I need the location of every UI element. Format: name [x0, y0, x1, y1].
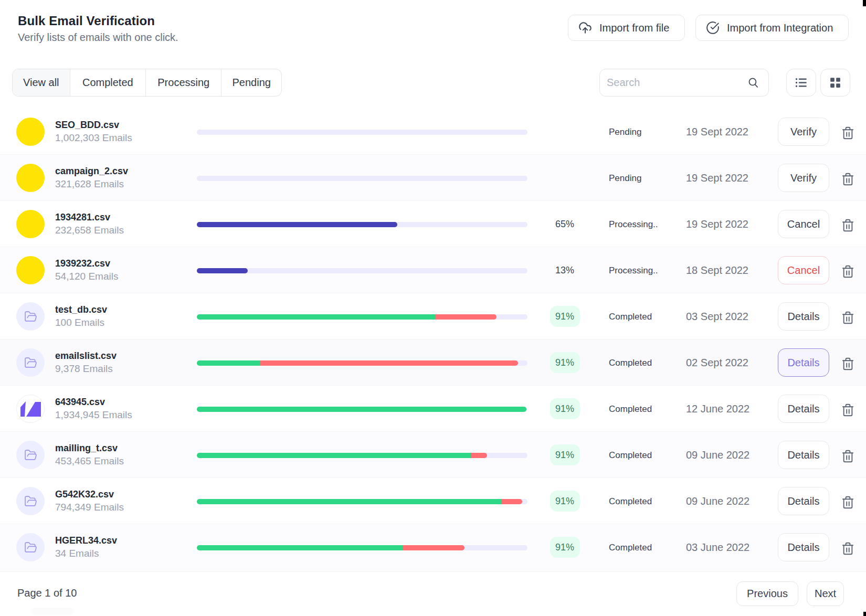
file-yellow-icon	[16, 210, 45, 238]
delete-button[interactable]	[840, 540, 855, 556]
file-row: campaign_2.csv321,628 EmailsPending19 Se…	[0, 155, 866, 201]
status-text: Pending	[609, 173, 641, 184]
file-name: G542K32.csv	[55, 489, 114, 500]
file-yellow-icon	[16, 118, 45, 146]
file-email-count: 453,465 Emails	[55, 455, 124, 467]
file-name: test_db.csv	[55, 304, 107, 315]
percent-badge: 91%	[550, 306, 580, 327]
percent-badge: 91%	[550, 537, 580, 558]
file-row: SEO_BDD.csv1,002,303 EmailsPending19 Sep…	[0, 109, 866, 155]
progress-segment-red	[471, 453, 487, 458]
date-text: 03 Sept 2022	[686, 311, 748, 323]
progress-bar	[197, 314, 527, 320]
trash-icon	[841, 357, 855, 371]
progress-segment-green	[197, 545, 403, 550]
file-row: emailslist.csv9,378 Emails91%Completed02…	[0, 339, 866, 386]
search-input[interactable]: Search	[599, 69, 769, 97]
progress-bar	[197, 268, 527, 273]
file-name: campaign_2.csv	[55, 166, 128, 177]
details-button[interactable]: Details	[778, 533, 829, 561]
tab-label: Pending	[233, 77, 271, 89]
details-button[interactable]: Details	[778, 441, 829, 469]
row-divider	[0, 154, 866, 155]
trash-icon	[841, 403, 855, 417]
file-email-count: 232,658 Emails	[55, 225, 124, 236]
delete-button[interactable]	[840, 494, 855, 510]
delete-button[interactable]	[840, 448, 855, 464]
progress-segment-green	[197, 453, 471, 458]
file-email-count: 100 Emails	[55, 317, 104, 328]
folder-icon	[16, 487, 45, 515]
details-button[interactable]: Details	[778, 395, 829, 423]
delete-button[interactable]	[840, 310, 855, 325]
list-view-button[interactable]	[786, 69, 816, 97]
file-row: 643945.csv1,934,945 Emails91%Completed12…	[0, 386, 866, 432]
file-email-count: 321,628 Emails	[55, 178, 124, 190]
cancel-button[interactable]: Cancel	[778, 210, 829, 238]
delete-button[interactable]	[840, 171, 855, 187]
previous-page-button[interactable]: Previous	[736, 581, 798, 606]
import-from-integration-button[interactable]: Import from Integration	[695, 15, 849, 41]
progress-bar	[197, 407, 527, 412]
progress-bar	[197, 130, 527, 135]
date-text: 02 Sept 2022	[686, 357, 748, 369]
date-text: 09 June 2022	[686, 449, 749, 461]
import-from-integration-label: Import from Integration	[727, 22, 833, 34]
file-yellow-icon	[16, 256, 45, 284]
status-text: Completed	[609, 450, 652, 461]
cancel-button[interactable]: Cancel	[778, 256, 829, 284]
folder-icon	[16, 533, 45, 561]
percent-cell: 91%	[541, 524, 588, 570]
next-page-button[interactable]: Next	[807, 581, 844, 606]
details-button[interactable]: Details	[778, 302, 829, 331]
details-button[interactable]: Details	[778, 348, 829, 377]
file-email-count: 34 Emails	[55, 548, 99, 559]
verify-button[interactable]: Verify	[778, 118, 829, 146]
file-row: HGERL34.csv34 Emails91%Completed03 June …	[0, 524, 866, 570]
tab-pending[interactable]: Pending	[221, 69, 281, 96]
progress-segment-green	[197, 499, 501, 504]
page-info: Page 1 of 10	[17, 587, 77, 599]
date-text: 19 Sept 2022	[686, 126, 748, 138]
file-email-count: 9,378 Emails	[55, 363, 113, 375]
progress-segment-green	[197, 314, 436, 320]
file-name: mailling_t.csv	[55, 443, 118, 454]
date-text: 19 Sept 2022	[686, 218, 748, 230]
delete-button[interactable]	[840, 263, 855, 279]
tab-label: Completed	[82, 77, 133, 89]
percent-text: 13%	[555, 265, 574, 276]
delete-button[interactable]	[840, 125, 855, 141]
percent-cell: 65%	[541, 201, 588, 247]
tab-processing[interactable]: Processing	[146, 69, 221, 96]
tab-view-all[interactable]: View all	[13, 69, 70, 96]
trash-icon	[841, 264, 855, 279]
import-from-file-label: Import from file	[599, 22, 669, 34]
status-text: Completed	[609, 404, 652, 415]
page-bottom-artifact	[31, 608, 73, 615]
file-row: 1934281.csv232,658 Emails65%Processing..…	[0, 201, 866, 247]
row-divider	[0, 339, 866, 339]
row-divider	[0, 524, 866, 524]
status-text: Completed	[609, 496, 652, 507]
delete-button[interactable]	[840, 356, 855, 371]
verify-button[interactable]: Verify	[778, 164, 829, 192]
date-text: 03 June 2022	[686, 541, 749, 554]
status-text: Processing..	[609, 219, 658, 230]
delete-button[interactable]	[840, 402, 855, 418]
tab-completed[interactable]: Completed	[70, 69, 146, 96]
status-text: Completed	[609, 358, 652, 368]
row-divider	[0, 247, 866, 247]
import-from-file-button[interactable]: Import from file	[568, 15, 685, 41]
grid-view-button[interactable]	[820, 69, 850, 97]
date-text: 19 Sept 2022	[686, 172, 748, 184]
tab-label: View all	[23, 77, 59, 89]
check-circle-icon	[706, 21, 720, 35]
folder-icon	[16, 441, 45, 469]
date-text: 18 Sept 2022	[686, 264, 748, 277]
progress-segment-red	[436, 314, 497, 320]
delete-button[interactable]	[840, 217, 855, 233]
file-row: 1939232.csv54,120 Emails13%Processing..1…	[0, 247, 866, 293]
tab-label: Processing	[157, 77, 209, 89]
details-button[interactable]: Details	[778, 487, 829, 515]
file-email-count: 794,349 Emails	[55, 502, 124, 513]
